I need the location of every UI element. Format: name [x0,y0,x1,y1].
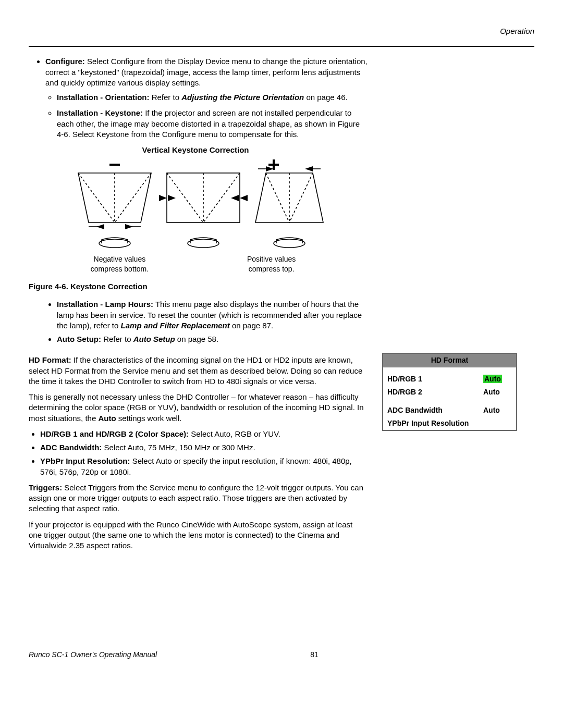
autosetup-ref: Auto Setup [133,335,175,343]
header-rule [29,46,534,47]
keystone-title: Installation - Keystone: [57,108,143,117]
footer-title: Runco SC-1 Owner's Operating Manual [29,650,157,660]
lamp-title: Installation - Lamp Hours: [57,300,153,309]
ypbpr-item: YPbPr Input Resolution: Select Auto or s… [40,456,368,477]
keystone-svg [50,157,341,251]
hdformat-p2: This is generally not necessary unless t… [29,392,368,424]
configure-text: Select Configure from the Display Device… [45,57,368,87]
table-row: YPbPr Input Resolution [383,417,516,430]
row-value: Auto [483,405,512,415]
orientation-pre: Refer to [150,93,182,102]
adc-item: ADC Bandwidth: Select Auto, 75 MHz, 150 … [40,442,368,453]
row-value [483,418,512,428]
table-row: HD/RGB 1 Auto [383,373,516,386]
table-row: ADC Bandwidth Auto [383,404,516,417]
lamp-item: Installation - Lamp Hours: This menu pag… [57,299,368,331]
row-value: Auto [483,374,512,384]
page-footer: Runco SC-1 Owner's Operating Manual 81 [29,650,534,660]
section-header: Operation [29,26,534,36]
row-value: Auto [483,387,512,397]
autosetup-pre: Refer to [101,335,133,343]
triggers-p2: If your projector is equipped with the R… [29,520,368,551]
row-label: HD/RGB 2 [387,387,483,397]
table-row: HD/RGB 2 Auto [383,386,516,399]
figure-caption: Figure 4-6. Keystone Correction [29,281,368,292]
hd-format-table: HD Format HD/RGB 1 Auto HD/RGB 2 Auto AD… [382,353,517,430]
svg-point-20 [188,239,219,248]
svg-line-23 [289,173,313,223]
row-label: YPbPr Input Resolution [387,418,483,428]
hdformat-title: HD Format: [29,355,71,364]
keystone-diagram: Vertical Keystone Correction [50,145,341,274]
table-header: HD Format [383,354,516,367]
autosetup-item: Auto Setup: Refer to Auto Setup on page … [57,334,368,344]
svg-marker-19 [231,195,239,201]
orientation-ref: Adjusting the Picture Orientation [181,93,304,102]
svg-marker-17 [240,195,248,201]
configure-title: Configure: [45,57,85,66]
hdformat-p1: HD Format: If the characteristics of the… [29,355,368,387]
svg-marker-16 [159,195,167,201]
row-label: ADC Bandwidth [387,405,483,415]
row-label: HD/RGB 1 [387,374,483,384]
diagram-neg-label: Negative valuescompress bottom. [50,254,190,274]
lamp-ref: Lamp and Filter Replacement [121,321,230,330]
orientation-post: on page 46. [304,93,347,102]
orientation-title: Installation - Orientation: [57,93,150,102]
svg-marker-25 [266,166,274,171]
svg-line-22 [266,173,289,223]
page-number: 81 [310,650,319,660]
autosetup-title: Auto Setup: [57,335,101,343]
svg-point-11 [99,239,130,248]
svg-marker-18 [168,195,176,201]
triggers-p1: Triggers: Select Triggers from the Servi… [29,483,368,514]
autosetup-post: on page 58. [175,335,218,343]
svg-marker-26 [305,166,313,171]
diagram-title: Vertical Keystone Correction [50,145,341,155]
orientation-item: Installation - Orientation: Refer to Adj… [57,92,368,103]
triggers-title: Triggers: [29,483,62,492]
lamp-post: on page 87. [230,321,273,330]
svg-point-29 [274,239,305,248]
keystone-item: Installation - Keystone: If the projecto… [57,108,368,140]
hd-rgb-item: HD/RGB 1 and HD/RGB 2 (Color Space): Sel… [40,429,368,439]
configure-item: Configure: Select Configure from the Dis… [45,56,368,140]
diagram-pos-label: Positive valuescompress top. [201,254,341,274]
